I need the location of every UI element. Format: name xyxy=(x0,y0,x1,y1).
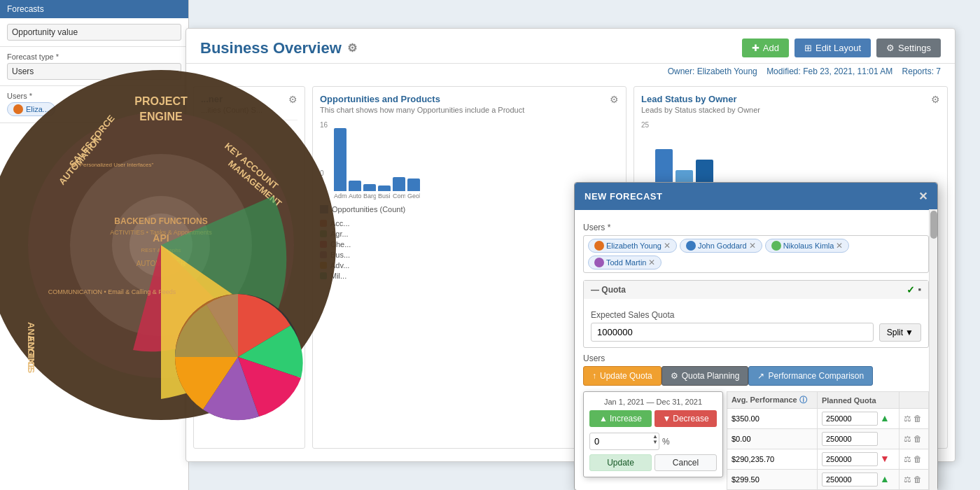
trend-icon-3: ▲ xyxy=(880,473,890,484)
update-button[interactable]: Update xyxy=(589,454,652,471)
modal-scrollbar[interactable] xyxy=(929,209,937,490)
scale-icon-0[interactable]: ⚖ xyxy=(904,414,911,424)
modified-value: Feb 23, 2021, 11:01 AM xyxy=(803,66,892,76)
quota-input-0[interactable] xyxy=(822,412,878,426)
col-actions xyxy=(899,392,929,409)
date-range-label: Jan 1, 2021 — Dec 31, 2021 xyxy=(589,398,717,406)
trash-icon-0[interactable]: 🗑 xyxy=(913,414,922,424)
row-actions-3: ⚖ 🗑 xyxy=(899,470,929,490)
lead-bar-chart: 25 0 xyxy=(641,121,940,191)
bar-2 xyxy=(349,181,361,191)
expected-quota-input[interactable] xyxy=(591,323,874,342)
update-quota-label: Update Quota xyxy=(600,371,652,381)
trash-icon-1[interactable]: 🗑 xyxy=(913,434,922,444)
user-tag-name-2: Nikolaus Kimla xyxy=(783,241,834,250)
pie-chart-bottom xyxy=(168,287,308,430)
bar-label-5: Computer xyxy=(393,192,405,200)
planned-quota-3: ▲ xyxy=(817,470,899,490)
user-avatar-2 xyxy=(771,241,781,251)
inc-dec-buttons: ▲ Increase ▼ Decrease xyxy=(589,410,717,427)
expected-quota-row: Split ▼ xyxy=(591,323,921,342)
chart-header-3: Lead Status by Owner Leads by Status sta… xyxy=(641,94,940,114)
increase-button[interactable]: ▲ Increase xyxy=(589,410,652,427)
decrease-button[interactable]: ▼ Decrease xyxy=(654,410,717,427)
avg-perf-3: $299.50 xyxy=(727,470,818,490)
user-tag-close-1[interactable]: ✕ xyxy=(749,241,756,251)
bar-label-4: Business xyxy=(378,192,391,200)
users-field-label: Users * xyxy=(583,223,929,232)
table-row: $299.50 ▲ ⚖ 🗑 xyxy=(727,470,929,490)
user-tags-container[interactable]: Elizabeth Young ✕ John Goddard ✕ Nikolau… xyxy=(583,235,929,273)
trash-icon-2[interactable]: 🗑 xyxy=(913,454,922,464)
settings-button[interactable]: ⚙ Settings xyxy=(876,38,941,57)
dashboard-actions: ✚ Add ⊞ Edit Layout ⚙ Settings xyxy=(742,38,941,57)
forecast-table: Avg. Performance ⓘ Planned Quota $350.00 xyxy=(727,391,929,490)
modal-scrollbar-thumb[interactable] xyxy=(930,211,937,239)
trash-icon-3[interactable]: 🗑 xyxy=(913,475,922,484)
user-tag-3: Todd Martin ✕ xyxy=(588,255,662,270)
reports-label: Reports: xyxy=(902,66,934,76)
inc-dec-action-buttons: Update Cancel xyxy=(589,454,717,471)
chart-subtitle-3: Leads by Status stacked by Owner xyxy=(641,106,760,114)
edit-layout-button[interactable]: ⊞ Edit Layout xyxy=(794,38,871,57)
quota-input-2[interactable] xyxy=(822,452,878,466)
split-chevron: ▼ xyxy=(905,328,913,337)
add-button[interactable]: ✚ Add xyxy=(742,38,789,57)
planned-quota-2: ▼ xyxy=(817,449,899,470)
table-row: $0.00 ⚖ 🗑 xyxy=(727,429,929,449)
bar-label-3: Barge xyxy=(363,192,376,200)
lead-y-axis: 25 0 xyxy=(641,121,649,191)
scale-icon-1[interactable]: ⚖ xyxy=(904,434,911,444)
planned-quota-1 xyxy=(817,429,899,449)
avg-perf-2: $290,235.70 xyxy=(727,449,818,470)
avg-perf-info-icon[interactable]: ⓘ xyxy=(799,396,807,404)
modal-close-button[interactable]: ✕ xyxy=(918,190,928,203)
spinbox-down[interactable]: ▼ xyxy=(652,440,658,445)
quota-input-1[interactable] xyxy=(822,432,878,446)
expected-quota-label: Expected Sales Quota xyxy=(591,310,921,320)
update-quota-tab[interactable]: ↑ Update Quota xyxy=(583,366,662,386)
svg-text:COMMUNICATION • Email & Callin: COMMUNICATION • Email & Calling & Feeds xyxy=(48,288,176,295)
scale-icon-3[interactable]: ⚖ xyxy=(904,475,911,484)
inc-dec-value-input[interactable] xyxy=(589,433,659,450)
performance-comparison-tab[interactable]: ↗ Performance Comparison xyxy=(748,366,873,386)
quota-input-3[interactable] xyxy=(822,472,878,486)
scale-icon-2[interactable]: ⚖ xyxy=(904,454,911,464)
planned-quota-label: Planned Quota xyxy=(822,396,876,405)
edit-layout-label: Edit Layout xyxy=(816,43,861,53)
user-tag-name-3: Todd Martin xyxy=(606,258,646,267)
col-planned-quota: Planned Quota xyxy=(817,392,899,409)
sidebar-title: Forecasts xyxy=(7,4,44,14)
spinbox-arrows: ▲ ▼ xyxy=(652,434,658,445)
user-tag-close-0[interactable]: ✕ xyxy=(664,241,671,251)
modal-body: Users * Elizabeth Young ✕ John Goddard ✕… xyxy=(575,210,937,490)
quota-toggle-icon[interactable]: ▪ xyxy=(918,284,921,295)
quota-line: — Quota xyxy=(591,285,626,295)
quota-header: — Quota ✓ ▪ xyxy=(584,281,928,299)
edit-title-icon[interactable]: ⚙ xyxy=(347,41,357,55)
reports-count: 7 xyxy=(936,66,941,76)
settings-label: Settings xyxy=(898,43,931,53)
user-tag-close-3[interactable]: ✕ xyxy=(648,258,655,267)
chart-title-2: Opportunities and Products xyxy=(320,94,524,104)
split-button[interactable]: Split ▼ xyxy=(879,323,921,342)
quota-check-icon[interactable]: ✓ xyxy=(906,284,915,295)
update-label: Update xyxy=(607,458,634,468)
split-label: Split xyxy=(887,328,903,337)
chart-gear-3[interactable]: ⚙ xyxy=(931,94,940,105)
chart-gear-2[interactable]: ⚙ xyxy=(610,94,619,105)
quota-planning-tab[interactable]: ⚙ Quota Planning xyxy=(662,366,749,386)
cancel-button[interactable]: Cancel xyxy=(654,454,717,471)
inc-dec-popup: Jan 1, 2021 — Dec 31, 2021 ▲ Increase ▼ … xyxy=(583,391,723,477)
new-forecast-modal: NEW FORECAST ✕ Users * Elizabeth Young ✕… xyxy=(574,182,938,490)
table-row: $290,235.70 ▼ ⚖ 🗑 xyxy=(727,449,929,470)
quota-section: — Quota ✓ ▪ Expected Sales Quota Split ▼ xyxy=(583,280,929,348)
svg-text:PROJECT: PROJECT xyxy=(134,95,188,107)
chart-header-2: Opportunities and Products This chart sh… xyxy=(320,94,619,114)
bar-5 xyxy=(393,177,405,191)
avg-perf-label: Avg. Performance xyxy=(732,396,797,404)
user-tag-close-2[interactable]: ✕ xyxy=(836,241,843,251)
trend-icon-0: ▲ xyxy=(880,412,890,424)
increase-label: Increase xyxy=(610,414,642,424)
bar-chart: 16 0 xyxy=(320,121,619,191)
